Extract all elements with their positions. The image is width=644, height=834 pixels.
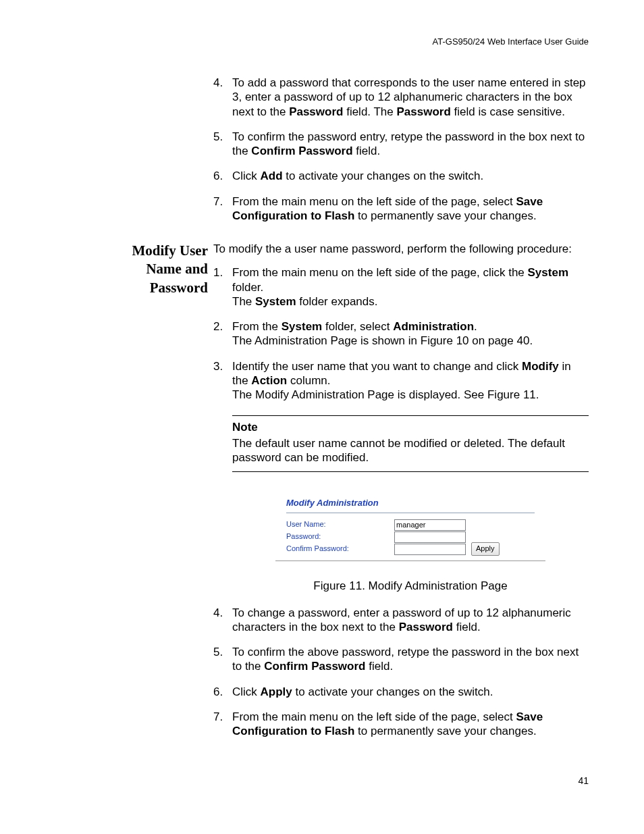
section-steps-b: 4.To change a password, enter a password…: [213, 606, 589, 739]
list-number: 7.: [213, 194, 232, 224]
list-number: 6.: [213, 685, 232, 699]
list-item: 5.To confirm the password entry, retype …: [213, 130, 589, 159]
list-number: 6.: [213, 169, 232, 183]
list-number: 5.: [213, 130, 232, 159]
list-number: 7.: [213, 710, 232, 739]
note-title: Note: [232, 420, 589, 434]
list-item: 2.From the System folder, select Adminis…: [213, 319, 589, 348]
list-item: 4.To add a password that corresponds to …: [213, 76, 589, 119]
section-steps-a: 1.From the main menu on the left side of…: [213, 265, 589, 402]
password-input[interactable]: [394, 531, 466, 543]
note-body: The default user name cannot be modified…: [232, 436, 589, 465]
section-heading: Modify UserName andPassword: [108, 242, 213, 297]
list-number: 1.: [213, 265, 232, 309]
list-item: 6.Click Apply to activate your changes o…: [213, 685, 589, 699]
list-text: To add a password that corresponds to th…: [232, 76, 589, 119]
list-number: 4.: [213, 606, 232, 635]
list-text: Click Add to activate your changes on th…: [232, 169, 589, 183]
list-item: 7.From the main menu on the left side of…: [213, 194, 589, 224]
username-input[interactable]: [394, 519, 466, 531]
list-number: 5.: [213, 645, 232, 674]
list-text: Click Apply to activate your changes on …: [232, 685, 589, 699]
list-text: From the main menu on the left side of t…: [232, 710, 589, 739]
list-text: To confirm the password entry, retype th…: [232, 130, 589, 159]
top-steps: 4.To add a password that corresponds to …: [213, 76, 589, 223]
list-text: From the main menu on the left side of t…: [232, 265, 589, 309]
figure-11: Modify Administration User Name: Passwor…: [232, 491, 589, 594]
list-text: From the System folder, select Administr…: [232, 319, 589, 348]
list-item: 6.Click Add to activate your changes on …: [213, 169, 589, 183]
running-header: AT-GS950/24 Web Interface User Guide: [433, 36, 589, 47]
list-text: Identify the user name that you want to …: [232, 359, 589, 402]
page-number: 41: [578, 775, 589, 787]
list-item: 7.From the main menu on the left side of…: [213, 710, 589, 739]
section-intro: To modify the a user name password, perf…: [213, 242, 589, 256]
list-item: 5.To confirm the above password, retype …: [213, 645, 589, 674]
figure-caption: Figure 11. Modify Administration Page: [232, 579, 589, 593]
list-number: 3.: [213, 359, 232, 402]
list-text: To confirm the above password, retype th…: [232, 645, 589, 674]
list-number: 2.: [213, 319, 232, 348]
list-item: 3.Identify the user name that you want t…: [213, 359, 589, 402]
username-label: User Name:: [286, 520, 394, 529]
note-box: Note The default user name cannot be mod…: [232, 415, 589, 472]
list-text: To change a password, enter a password o…: [232, 606, 589, 635]
list-text: From the main menu on the left side of t…: [232, 194, 589, 224]
confirm-password-label: Confirm Password:: [286, 544, 394, 554]
confirm-password-input[interactable]: [394, 544, 466, 555]
list-item: 1.From the main menu on the left side of…: [213, 265, 589, 309]
list-item: 4.To change a password, enter a password…: [213, 606, 589, 635]
password-label: Password:: [286, 532, 394, 542]
embed-title: Modify Administration: [286, 495, 535, 513]
apply-button[interactable]: Apply: [471, 542, 500, 556]
list-number: 4.: [213, 76, 232, 119]
